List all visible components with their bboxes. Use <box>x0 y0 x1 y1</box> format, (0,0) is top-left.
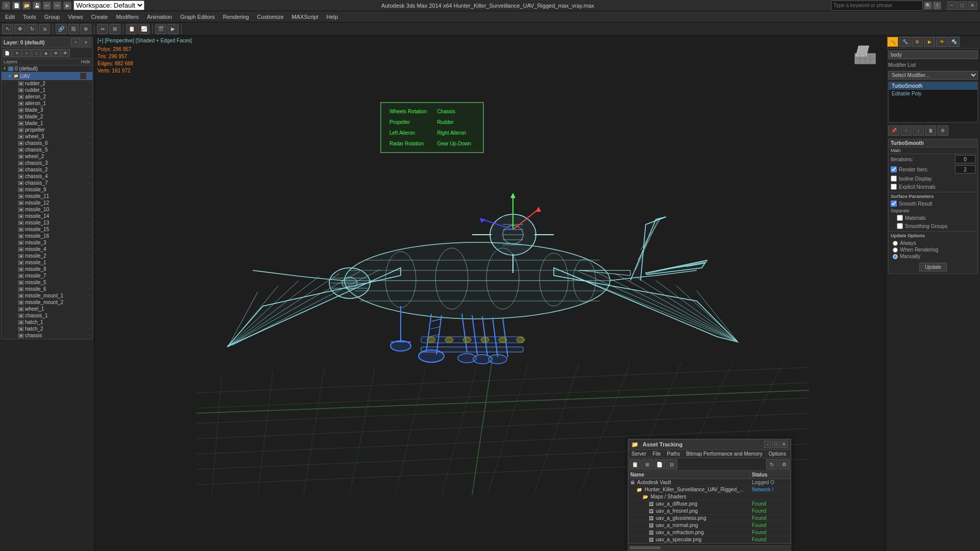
layer-item-chassis_6[interactable]: ● chassis_6 ··· <box>2 140 92 146</box>
curve-editor[interactable]: 📈 <box>138 24 150 34</box>
layer-options-dots[interactable]: ··· <box>88 108 91 112</box>
layer-item-missile_3[interactable]: ● missile_3 ··· <box>2 239 92 246</box>
layer-options-dots[interactable]: ··· <box>88 293 91 298</box>
layers-close[interactable]: ✕ <box>81 38 90 46</box>
render-iters-checkbox[interactable] <box>891 166 897 172</box>
menu-rendering[interactable]: Rendering <box>219 11 253 22</box>
layer-options-dots[interactable]: ··· <box>88 247 91 252</box>
layer-options-dots[interactable]: ··· <box>88 154 91 159</box>
render-btn[interactable]: ▶ <box>63 2 71 10</box>
asset-row-6[interactable]: 🖼 uav_a_normal.png Found <box>628 522 791 529</box>
asset-row-1[interactable]: 📁 Hunter_Killer_Surveillance_UAV_Rigged_… <box>628 486 791 493</box>
layer-item-missile_7[interactable]: ● missile_7 ··· <box>2 272 92 279</box>
layer-options-dots[interactable]: ··· <box>88 128 91 132</box>
layer-options-dots[interactable]: ··· <box>88 134 91 139</box>
motion-panel-btn[interactable]: ▶ <box>924 37 935 47</box>
asset-row-3[interactable]: 🖼 uav_a_diffuse.png Found <box>628 500 791 508</box>
layer-options-dots[interactable]: ··· <box>88 260 91 265</box>
select-tool[interactable]: ↖ <box>2 24 13 34</box>
layer-highlight-btn[interactable]: ◈ <box>41 49 51 57</box>
layer-tool[interactable]: 📋 <box>126 24 137 34</box>
new-btn[interactable]: 📄 <box>12 2 20 10</box>
layer-item-hatch_1[interactable]: ● hatch_1 ··· <box>2 319 92 325</box>
layer-options-dots[interactable]: ··· <box>88 220 91 225</box>
layer-item-missile_13[interactable]: ● missile_13 ··· <box>2 219 92 226</box>
layer-item-blade_1[interactable]: ● blade_1 ··· <box>2 120 92 127</box>
layer-item-missile_6[interactable]: ● missile_6 ··· <box>2 286 92 292</box>
asset-row-2[interactable]: 📂 Maps / Shaders <box>628 493 791 500</box>
modifier-turbosmooth[interactable]: TurboSmooth <box>889 82 977 90</box>
layer-options-dots[interactable]: ··· <box>88 267 91 271</box>
mod-delete-btn[interactable]: 🗑 <box>925 126 936 136</box>
menu-modifiers[interactable]: Modifiers <box>112 11 143 22</box>
modifier-list-dropdown[interactable]: Select Modifier... <box>888 71 978 80</box>
layer-freeze-btn[interactable]: ❄ <box>51 49 60 57</box>
hierarchy-panel-btn[interactable]: ⚙ <box>912 37 923 47</box>
layer-select-btn[interactable]: ↕ <box>32 49 41 57</box>
layer-item-missile_mount_2[interactable]: ● missile_mount_2 ··· <box>2 299 92 306</box>
search-icon[interactable]: 🔍 <box>924 2 932 10</box>
layer-item-missile_4[interactable]: ● missile_4 ··· <box>2 246 92 253</box>
asset-file-menu[interactable]: File <box>649 450 664 458</box>
layer-item-rudder_1[interactable]: ● rudder_1 ··· <box>2 87 92 93</box>
asset-paths-menu[interactable]: Paths <box>664 450 683 458</box>
iterations-input[interactable] <box>955 155 975 163</box>
layer-options-dots[interactable]: ··· <box>88 333 91 338</box>
layer-item-wheel_2[interactable]: ● wheel_2 ··· <box>2 153 92 160</box>
manually-radio[interactable] <box>893 254 898 259</box>
utility-panel-btn[interactable]: 🔩 <box>948 37 960 47</box>
mirror-tool[interactable]: ⇔ <box>97 24 108 34</box>
unlink-tool[interactable]: ⛓ <box>68 24 79 34</box>
maximize-button[interactable]: □ <box>958 2 967 10</box>
wheels-rotation-btn[interactable]: Wheels Rotation <box>385 107 431 116</box>
layer-render-btn[interactable]: 👁 <box>61 49 70 57</box>
layer-item-missile_15[interactable]: ● missile_15 ··· <box>2 226 92 233</box>
asset-maximize-btn[interactable]: □ <box>772 441 779 448</box>
layer-item-chassis_4[interactable]: ● chassis_4 ··· <box>2 173 92 180</box>
layer-options-dots[interactable]: ··· <box>88 141 91 145</box>
asset-scrollbar[interactable] <box>628 543 791 550</box>
close-button[interactable]: ✕ <box>968 2 977 10</box>
scale-tool[interactable]: ⇲ <box>39 24 50 34</box>
layer-item-missile_16[interactable]: ● missile_16 ··· <box>2 233 92 239</box>
quick-render[interactable]: ▶ <box>167 24 179 34</box>
asset-row-7[interactable]: 🖼 uav_a_refraction.png Found <box>628 529 791 536</box>
asset-bitmap-menu[interactable]: Bitmap Performance and Memory <box>683 450 766 458</box>
asset-minimize-btn[interactable]: − <box>764 441 771 448</box>
display-panel-btn[interactable]: 👁 <box>936 37 947 47</box>
layer-options-dots[interactable]: ··· <box>88 101 91 106</box>
layer-options-dots[interactable]: ··· <box>88 320 91 324</box>
asset-tool-1[interactable]: 📋 <box>629 459 641 469</box>
menu-customize[interactable]: Customize <box>253 11 288 22</box>
workspace-selector[interactable]: Workspace: Default <box>74 1 144 10</box>
layer-item-blade_3[interactable]: ● blade_3 ··· <box>2 107 92 113</box>
layer-item-missile_12[interactable]: ● missile_12 ··· <box>2 199 92 206</box>
layer-options-dots[interactable]: ··· <box>88 66 91 71</box>
mod-move-down-btn[interactable]: ↓ <box>913 126 924 136</box>
layer-item-missile_14[interactable]: ● missile_14 ··· <box>2 213 92 219</box>
layer-item-missile_10[interactable]: ● missile_10 ··· <box>2 206 92 213</box>
layer-options-dots[interactable]: ··· <box>88 273 91 278</box>
layer-options-dots[interactable]: ··· <box>88 94 91 99</box>
always-radio[interactable] <box>893 241 898 246</box>
menu-views[interactable]: Views <box>64 11 87 22</box>
asset-options-menu[interactable]: Options <box>766 450 789 458</box>
isoline-checkbox[interactable] <box>891 176 897 182</box>
layer-item-missile_11[interactable]: ● missile_11 ··· <box>2 193 92 199</box>
layer-options-dots[interactable]: ··· <box>88 194 91 198</box>
layer-item-missile_8[interactable]: ● missile_8 ··· <box>2 266 92 272</box>
layer-options-dots[interactable]: ··· <box>88 81 91 86</box>
left-aileron-btn[interactable]: Left Aileron <box>385 129 431 137</box>
undo-btn[interactable]: ↩ <box>43 2 51 10</box>
layer-options-dots[interactable]: ··· <box>88 240 91 245</box>
propeller-btn[interactable]: Propeller <box>385 118 431 127</box>
render-setup[interactable]: 🎬 <box>155 24 166 34</box>
layer-new-btn[interactable]: 📄 <box>3 49 12 57</box>
layer-options-dots[interactable]: ··· <box>88 121 91 126</box>
right-aileron-btn[interactable]: Right Aileron <box>433 129 478 137</box>
layer-expand-icon[interactable]: ▼ <box>7 74 13 79</box>
save-btn[interactable]: 💾 <box>33 2 41 10</box>
menu-maxscript[interactable]: MAXScript <box>288 11 323 22</box>
layer-options-dots[interactable]: ··· <box>88 313 91 318</box>
radar-rotation-btn[interactable]: Radar Rotation <box>385 139 431 148</box>
